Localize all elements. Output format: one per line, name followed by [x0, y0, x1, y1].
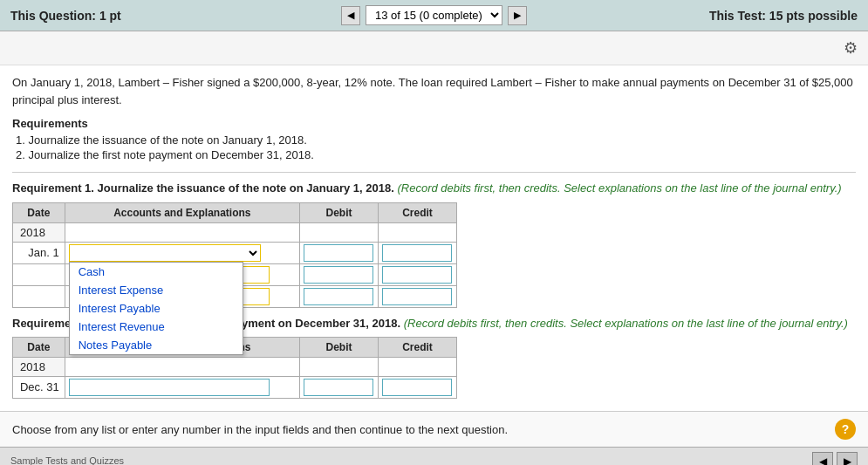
- req1-debit-cell-3: [300, 285, 379, 307]
- req1-label-bold: Requirement 1. Journalize the issuance o…: [12, 181, 394, 195]
- next-question-button[interactable]: ▶: [508, 6, 527, 25]
- requirement-2: 2. Journalize the first note payment on …: [16, 148, 856, 161]
- requirements-list: 1. Journalize the issuance of the note o…: [12, 133, 856, 161]
- req1-label: Requirement 1. Journalize the issuance o…: [12, 180, 856, 197]
- test-pts: 15 pts possible: [769, 9, 858, 23]
- req1-journal-table: Date Accounts and Explanations Debit Cre…: [12, 202, 457, 308]
- req2-col-date: Date: [13, 338, 65, 358]
- req2-debit-input-1[interactable]: [304, 379, 373, 396]
- req2-year-cell: 2018: [13, 358, 65, 377]
- req2-credit-input-1[interactable]: [382, 379, 452, 396]
- question-selector[interactable]: 13 of 15 (0 complete): [366, 5, 502, 25]
- requirement-1-section: Requirement 1. Journalize the issuance o…: [12, 180, 856, 308]
- req1-col-credit: Credit: [378, 202, 456, 222]
- req1-date-cell: Jan. 1: [13, 242, 65, 263]
- req2-year-credit: [378, 358, 456, 377]
- req2-data-row-1: Dec. 31: [13, 377, 457, 399]
- footer-nav-text: Sample Tests and Quizzes: [10, 452, 809, 465]
- main-content: On January 1, 2018, Lambert – Fisher sig…: [0, 65, 868, 407]
- dropdown-option-interest-expense[interactable]: Interest Expense: [70, 281, 243, 299]
- req1-accounts-cell-1: Cash Interest Expense Interest Payable I…: [65, 242, 299, 263]
- req2-year-row: 2018: [13, 358, 457, 377]
- req1-instruction: (Record debits first, then credits. Sele…: [397, 181, 841, 195]
- question-pts: 1 pt: [99, 9, 121, 23]
- req1-credit-input-3[interactable]: [382, 288, 452, 305]
- prev-question-button[interactable]: ◀: [341, 6, 360, 25]
- req1-col-date: Date: [13, 202, 65, 222]
- req1-credit-cell-2: [378, 263, 456, 285]
- req1-year-debit: [300, 222, 379, 242]
- req1-year-row: 2018: [13, 222, 457, 242]
- req1-date-empty-2: [13, 263, 65, 285]
- dropdown-option-interest-payable[interactable]: Interest Payable: [70, 299, 243, 318]
- req1-account-dropdown-1[interactable]: Cash Interest Expense Interest Payable I…: [69, 244, 296, 262]
- footer-nav: Sample Tests and Quizzes ◀ ▶: [0, 447, 868, 465]
- req1-credit-input-1[interactable]: [382, 244, 452, 262]
- req1-col-debit: Debit: [300, 202, 379, 222]
- gear-icon[interactable]: ⚙: [844, 38, 858, 58]
- req1-credit-input-2[interactable]: [382, 266, 452, 284]
- req1-year-cell: 2018: [13, 222, 65, 242]
- req1-col-accounts: Accounts and Explanations: [65, 202, 299, 222]
- requirements-section: Requirements 1. Journalize the issuance …: [12, 117, 856, 161]
- req2-col-credit: Credit: [378, 338, 456, 358]
- req2-date-cell: Dec. 31: [13, 377, 65, 399]
- footer-next-button[interactable]: ▶: [837, 452, 858, 465]
- help-button[interactable]: ?: [835, 419, 856, 440]
- req1-credit-cell-3: [378, 285, 456, 307]
- req2-year-debit: [300, 358, 379, 377]
- req1-text: Journalize the issuance of the note on J…: [98, 181, 394, 195]
- req2-accounts-cell-1: [65, 377, 299, 399]
- bottom-hint-text: Choose from any list or enter any number…: [12, 423, 508, 436]
- question-label-text: This Question:: [10, 9, 96, 23]
- dropdown-option-interest-revenue[interactable]: Interest Revenue: [70, 318, 243, 336]
- req1-account-select-1[interactable]: Cash Interest Expense Interest Payable I…: [69, 244, 261, 262]
- req2-credit-cell-1: [378, 377, 456, 399]
- req1-credit-cell-1: [378, 242, 456, 263]
- divider-1: [12, 172, 856, 173]
- req1-debit-input-2[interactable]: [304, 266, 373, 284]
- req1-debit-cell-1: [300, 242, 379, 263]
- req2-year-accounts: [65, 358, 299, 377]
- req2-col-debit: Debit: [300, 338, 379, 358]
- req2-debit-cell-1: [300, 377, 379, 399]
- req1-date-empty-3: [13, 285, 65, 307]
- header-bar: This Question: 1 pt ◀ 13 of 15 (0 comple…: [0, 0, 868, 31]
- settings-bar: ⚙: [0, 31, 868, 65]
- dropdown-option-notes-payable[interactable]: Notes Payable: [70, 336, 243, 354]
- req2-instruction: (Record debits first, then credits. Sele…: [404, 317, 848, 330]
- req1-data-row-1: Jan. 1 Cash Interest Expense Interest Pa…: [13, 242, 457, 263]
- req2-account-input-1[interactable]: [69, 379, 270, 396]
- requirement-1: 1. Journalize the issuance of the note o…: [16, 133, 856, 147]
- bottom-hint-bar: Choose from any list or enter any number…: [0, 411, 868, 447]
- req1-year-credit: [378, 222, 456, 242]
- scenario-text: On January 1, 2018, Lambert – Fisher sig…: [12, 74, 856, 108]
- test-label: This Test: 15 pts possible: [527, 9, 858, 23]
- test-label-text: This Test:: [709, 9, 766, 23]
- req1-debit-input-3[interactable]: [304, 288, 373, 305]
- footer-prev-button[interactable]: ◀: [812, 452, 833, 465]
- requirements-title: Requirements: [12, 117, 856, 130]
- req1-debit-input-1[interactable]: [304, 244, 373, 262]
- req1-label-text: Requirement 1.: [12, 181, 94, 195]
- question-label: This Question: 1 pt: [10, 9, 341, 23]
- req1-year-accounts: [65, 222, 299, 242]
- req1-dropdown-menu: Cash Interest Expense Interest Payable I…: [69, 262, 243, 355]
- dropdown-option-cash[interactable]: Cash: [70, 263, 243, 281]
- req1-debit-cell-2: [300, 263, 379, 285]
- question-nav: ◀ 13 of 15 (0 complete) ▶: [341, 5, 527, 25]
